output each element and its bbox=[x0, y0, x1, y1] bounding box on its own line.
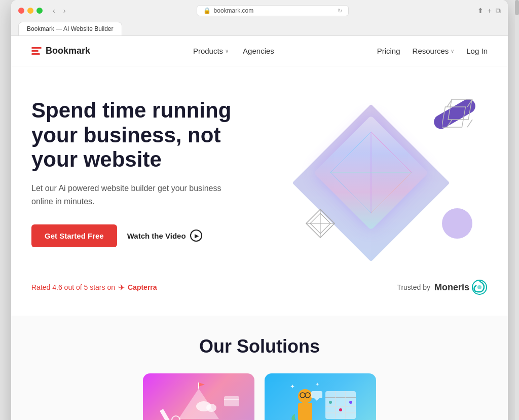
svg-text:✦: ✦ bbox=[315, 381, 319, 387]
hero-section: Spend time running your business, not yo… bbox=[11, 66, 508, 269]
traffic-lights bbox=[18, 8, 43, 14]
moneris-swirl-icon bbox=[471, 279, 488, 295]
solution-card-1[interactable] bbox=[143, 373, 254, 420]
browser-chrome: ‹ › 🔒 bookmark.com ↻ ⬆ + ⧉ Bookmark — AI… bbox=[11, 0, 508, 36]
website-content: Bookmark Products ∨ Agencies Pricing Res… bbox=[11, 36, 508, 420]
svg-point-39 bbox=[339, 408, 342, 411]
nav-item-resources[interactable]: Resources ∨ bbox=[413, 47, 455, 55]
play-icon: ▶ bbox=[190, 230, 202, 242]
hero-cta: Get Started Free Watch the Video ▶ bbox=[31, 224, 244, 247]
svg-rect-25 bbox=[224, 396, 239, 406]
watch-video-button[interactable]: Watch the Video ▶ bbox=[127, 230, 202, 242]
navbar: Bookmark Products ∨ Agencies Pricing Res… bbox=[11, 36, 508, 66]
nav-login-button[interactable]: Log In bbox=[466, 47, 488, 55]
svg-line-6 bbox=[330, 132, 371, 173]
svg-point-17 bbox=[477, 285, 481, 289]
lock-icon: 🔒 bbox=[203, 7, 211, 14]
social-proof-section: Rated 4.6 out of 5 stars on ✈ Capterra T… bbox=[11, 269, 508, 316]
svg-rect-32 bbox=[325, 391, 356, 419]
share-icon[interactable]: ⬆ bbox=[477, 7, 484, 15]
wire-diamond-shape bbox=[305, 208, 336, 239]
solutions-cards: ✦ ✦ bbox=[31, 373, 488, 420]
svg-point-40 bbox=[349, 401, 352, 404]
logo-bar-3 bbox=[31, 53, 40, 55]
card-2-content: ✦ ✦ bbox=[265, 373, 376, 420]
svg-point-38 bbox=[329, 401, 332, 404]
solutions-section: Our Solutions bbox=[11, 316, 508, 420]
new-tab-icon[interactable]: + bbox=[488, 7, 492, 15]
svg-line-5 bbox=[447, 120, 452, 127]
chevron-down-icon-resources: ∨ bbox=[451, 48, 454, 54]
browser-tab[interactable]: Bookmark — AI Website Builder bbox=[18, 22, 122, 35]
svg-rect-1 bbox=[442, 107, 465, 127]
svg-line-10 bbox=[330, 173, 371, 213]
rating-text: Rated 4.6 out of 5 stars on bbox=[31, 283, 115, 291]
hero-subtitle: Let our Ai powered website builder get y… bbox=[31, 182, 244, 208]
browser-actions: ⬆ + ⧉ bbox=[477, 7, 501, 15]
nav-right: Pricing Resources ∨ Log In bbox=[377, 47, 488, 55]
nav-center: Products ∨ Agencies bbox=[193, 47, 274, 55]
minimize-button[interactable] bbox=[27, 8, 33, 14]
wire-cube-shape bbox=[442, 97, 483, 137]
address-bar[interactable]: 🔒 bookmark.com ↻ bbox=[197, 5, 349, 16]
capterra-icon: ✈ bbox=[118, 283, 125, 292]
hero-title: Spend time running your business, not yo… bbox=[31, 98, 244, 172]
get-started-button[interactable]: Get Started Free bbox=[31, 224, 117, 247]
capterra-rating[interactable]: Rated 4.6 out of 5 stars on ✈ Capterra bbox=[31, 283, 157, 292]
svg-line-11 bbox=[371, 173, 412, 213]
svg-line-4 bbox=[467, 120, 472, 127]
forward-button[interactable]: › bbox=[61, 6, 68, 16]
browser-controls: ‹ › bbox=[51, 6, 67, 16]
browser-window: ‹ › 🔒 bookmark.com ↻ ⬆ + ⧉ Bookmark — AI… bbox=[11, 0, 508, 420]
logo-text: Bookmark bbox=[46, 46, 90, 56]
url-text: bookmark.com bbox=[214, 7, 254, 14]
capterra-logo: Capterra bbox=[128, 283, 157, 291]
shape-container bbox=[275, 87, 488, 269]
tabs-icon[interactable]: ⧉ bbox=[496, 7, 501, 15]
solutions-title: Our Solutions bbox=[31, 336, 488, 357]
nav-item-products[interactable]: Products ∨ bbox=[193, 47, 229, 55]
svg-point-24 bbox=[172, 416, 180, 420]
nav-logo[interactable]: Bookmark bbox=[31, 46, 90, 56]
trusted-text: Trusted by bbox=[397, 283, 430, 291]
svg-rect-43 bbox=[311, 391, 322, 398]
purple-circle-shape bbox=[442, 208, 472, 239]
close-button[interactable] bbox=[18, 8, 24, 14]
back-button[interactable]: ‹ bbox=[51, 6, 57, 16]
moneris-logo: Moneris bbox=[434, 279, 488, 295]
svg-marker-23 bbox=[199, 383, 205, 387]
card-1-content bbox=[143, 373, 254, 420]
maximize-button[interactable] bbox=[36, 8, 43, 14]
trusted-by: Trusted by Moneris bbox=[397, 279, 488, 295]
logo-bar-1 bbox=[31, 47, 42, 49]
svg-rect-28 bbox=[298, 403, 312, 420]
nav-item-pricing[interactable]: Pricing bbox=[377, 47, 400, 55]
logo-bar-2 bbox=[31, 50, 39, 52]
nav-item-agencies[interactable]: Agencies bbox=[243, 47, 274, 55]
svg-text:✦: ✦ bbox=[290, 383, 295, 390]
refresh-icon[interactable]: ↻ bbox=[338, 8, 342, 14]
svg-rect-0 bbox=[448, 99, 472, 120]
solution-card-2[interactable]: ✦ ✦ bbox=[265, 373, 376, 420]
svg-marker-44 bbox=[314, 398, 319, 401]
logo-icon bbox=[31, 47, 42, 55]
chevron-down-icon: ∨ bbox=[225, 48, 229, 54]
hero-content: Spend time running your business, not yo… bbox=[31, 98, 244, 247]
svg-line-7 bbox=[371, 132, 412, 173]
hero-illustration bbox=[275, 87, 488, 269]
svg-rect-18 bbox=[160, 409, 171, 420]
svg-point-21 bbox=[206, 404, 216, 412]
